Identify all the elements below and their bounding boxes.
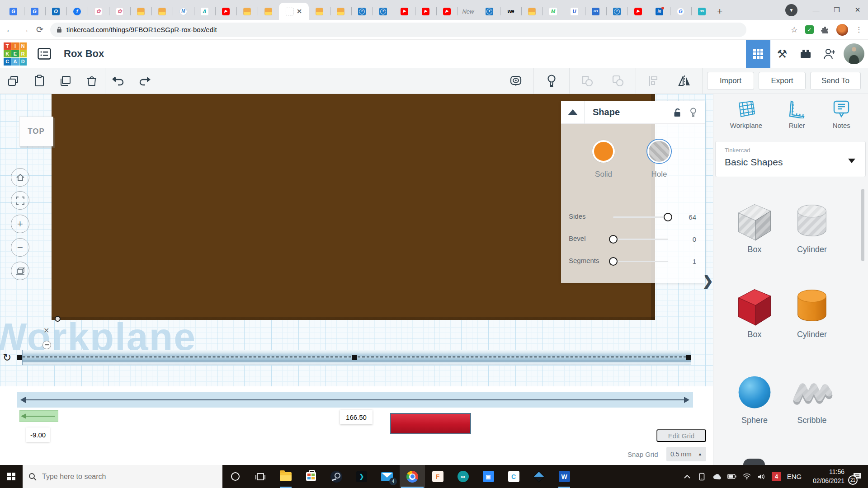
dimension-ruler-band[interactable] [17, 392, 693, 408]
start-button[interactable] [0, 465, 23, 488]
tab-facebook[interactable] [66, 3, 88, 20]
tab-threed[interactable] [585, 3, 606, 20]
tab-monkey[interactable] [236, 3, 258, 20]
tab-monkey[interactable] [151, 3, 173, 20]
predator-button[interactable]: ❯ [349, 465, 374, 488]
bevel-slider[interactable] [613, 239, 668, 240]
send-to-button[interactable]: Send To [810, 72, 861, 90]
dimension-value-label[interactable]: 166.50 [340, 410, 373, 424]
tab-monkey[interactable] [258, 3, 279, 20]
tab-tinkercad[interactable] [606, 3, 627, 20]
tab-translate[interactable] [3, 3, 24, 20]
shape-card-cylinder-orange[interactable]: Cylinder [785, 283, 839, 339]
sides-slider-handle[interactable] [664, 213, 672, 221]
url-bar[interactable]: tinkercad.com/things/9FBOR1eSGpR-rox-box… [50, 23, 746, 37]
ruler-tool[interactable]: Ruler [787, 99, 807, 138]
tab-monkey[interactable] [130, 3, 151, 20]
scale-handle-right[interactable] [686, 355, 691, 360]
zoom-button[interactable]: ▣ [476, 465, 501, 488]
shape-card-box-red[interactable]: Box [727, 283, 782, 339]
bevel-slider-handle[interactable] [609, 235, 618, 244]
tray-chevron-icon[interactable] [679, 465, 694, 488]
scale-handle-mid[interactable] [352, 355, 357, 360]
copy-button[interactable] [0, 68, 26, 94]
word-button[interactable]: W [552, 465, 577, 488]
workplane-view-button[interactable] [11, 262, 29, 280]
tab-outlook[interactable] [45, 3, 66, 20]
workplane-tool[interactable]: Workplane [730, 99, 762, 138]
red-box-shape[interactable] [390, 413, 471, 434]
tab-translate[interactable] [24, 3, 45, 20]
clock[interactable]: 11:56 02/06/2021 [805, 468, 846, 485]
zoom-in-button[interactable]: + [11, 215, 29, 233]
shape-card-box-hole[interactable]: Box [727, 198, 782, 254]
paste-button[interactable] [26, 68, 52, 94]
media-controls-button[interactable]: ▼ [785, 4, 797, 16]
extensions-puzzle-icon[interactable] [821, 26, 829, 34]
shape-card-scribble[interactable]: Scribble [785, 369, 839, 425]
tab-close-icon[interactable]: ✕ [297, 8, 302, 15]
unlock-icon[interactable] [674, 108, 681, 117]
cortana-button[interactable] [222, 465, 248, 488]
user-avatar[interactable] [844, 43, 864, 64]
bookmark-star-icon[interactable]: ☆ [791, 25, 798, 35]
mirror-button[interactable] [671, 68, 698, 94]
fusion360-button[interactable]: F [425, 465, 450, 488]
snap-grid-dropdown[interactable]: 0.5 mm ▲ [666, 447, 706, 461]
action-center-button[interactable]: 21 [846, 465, 868, 488]
import-button[interactable]: Import [707, 72, 754, 90]
rotate-handle-icon[interactable]: ↻ [3, 352, 11, 364]
driver-app-button[interactable] [526, 465, 552, 488]
arduino-button[interactable]: ∞ [450, 465, 476, 488]
todo-app-icon[interactable]: 4 [769, 465, 784, 488]
tab-rose[interactable] [88, 3, 109, 20]
tab-we[interactable]: we [500, 3, 521, 20]
undo-button[interactable] [105, 68, 132, 94]
scale-handle-left[interactable] [17, 355, 22, 360]
browser-profile-avatar[interactable] [836, 24, 848, 36]
tab-tinkercad[interactable] [351, 3, 373, 20]
offset-arrow[interactable] [19, 410, 58, 422]
segments-slider-handle[interactable] [609, 257, 618, 266]
tab-linkedin[interactable] [649, 3, 670, 20]
tab-monkey[interactable] [330, 3, 351, 20]
tab-monkey[interactable] [521, 3, 542, 20]
cura-button[interactable]: C [501, 465, 526, 488]
lightbulb-icon[interactable] [690, 108, 697, 117]
new-tab-button[interactable]: + [717, 6, 722, 16]
task-view-button[interactable] [248, 465, 273, 488]
language-indicator[interactable]: ENG [784, 473, 805, 480]
tab-active-tinkercad[interactable]: ✕ [279, 3, 309, 20]
tab-hexm[interactable] [173, 3, 194, 20]
brick-icon[interactable] [794, 40, 817, 68]
window-close-button[interactable]: ✕ [847, 0, 868, 20]
battery-icon[interactable] [724, 465, 739, 488]
segments-slider[interactable] [613, 261, 668, 262]
view-cube[interactable]: TOP [19, 117, 53, 146]
window-minimize-button[interactable]: — [806, 0, 826, 20]
dimension-close-icon[interactable]: ✕ [43, 326, 49, 335]
sides-slider[interactable] [613, 216, 668, 218]
tab-new[interactable]: New [458, 3, 479, 20]
notes-tool[interactable]: Notes [831, 99, 851, 138]
onedrive-icon[interactable] [709, 465, 724, 488]
redo-button[interactable] [132, 68, 158, 94]
tab-youtube[interactable] [627, 3, 649, 20]
edit-grid-button[interactable]: Edit Grid [656, 429, 706, 442]
shape-card-sphere[interactable]: Sphere [727, 369, 782, 425]
chrome-button[interactable] [400, 465, 425, 488]
steam-button[interactable] [324, 465, 349, 488]
tab-youtube[interactable] [436, 3, 458, 20]
tinkercad-logo[interactable]: TINKERCAD [4, 42, 27, 66]
minecraft-pickaxe-icon[interactable]: ⚒ [770, 40, 794, 68]
back-icon[interactable]: ← [5, 25, 14, 35]
tab-tinkercad[interactable] [373, 3, 394, 20]
extension-check-icon[interactable]: ✓ [805, 25, 814, 34]
microsoft-store-button[interactable] [298, 465, 324, 488]
tab-tinkercad[interactable] [479, 3, 500, 20]
tab-youtube[interactable] [415, 3, 436, 20]
browser-menu-icon[interactable]: ⋮ [855, 25, 863, 34]
tab-google[interactable] [670, 3, 691, 20]
shape-library-dropdown[interactable]: Tinkercad Basic Shapes [715, 141, 866, 177]
search-input[interactable] [42, 473, 205, 481]
